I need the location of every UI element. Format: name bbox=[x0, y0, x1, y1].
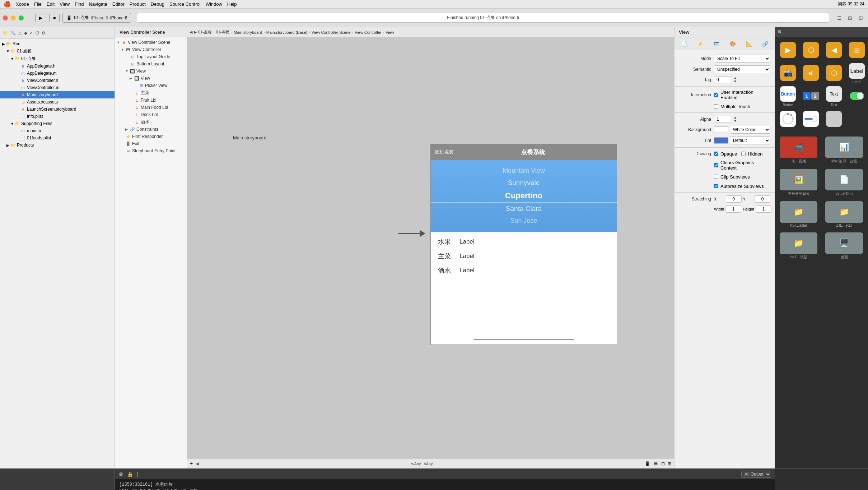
folder-6[interactable]: 📁 ios1…试题 bbox=[780, 232, 817, 260]
breadcrumb-base[interactable]: Main.storyboard (Base) bbox=[266, 30, 307, 34]
tree-supporting[interactable]: ▼ 📁 Supporting Files bbox=[0, 120, 115, 127]
breadcrumb-nav-btn2[interactable]: ▶ bbox=[194, 30, 197, 34]
console-lock-btn[interactable]: 🔒 bbox=[127, 471, 133, 477]
mode-select[interactable]: Scale To Fill bbox=[714, 55, 770, 63]
console-split-btn[interactable]: | bbox=[137, 471, 138, 477]
zoom-btn[interactable]: ⊞ bbox=[668, 461, 671, 466]
scene-arrow[interactable]: ▼ bbox=[117, 41, 121, 44]
folder-3[interactable]: 📄 07…(优化) bbox=[825, 169, 863, 196]
device-btn[interactable]: 📱 bbox=[645, 461, 650, 466]
breadcrumb-storyboard[interactable]: Main.storyboard bbox=[234, 30, 262, 34]
inspector-tab-attributes[interactable]: 🎨 bbox=[730, 41, 736, 47]
scheme-selector[interactable]: 📱 01-点餐 iPhone 6 iPhone 6 bbox=[62, 13, 131, 23]
folder-2[interactable]: 🖼️ 车丹分享.png bbox=[780, 169, 817, 196]
breakpoint-icon[interactable]: ◆ bbox=[24, 31, 27, 36]
width-input[interactable] bbox=[725, 205, 741, 213]
widget-back[interactable]: ◀ bbox=[823, 40, 844, 61]
tree-mainm[interactable]: ▶ m main.m bbox=[0, 127, 115, 134]
run-button[interactable]: ▶ bbox=[35, 14, 46, 22]
sidebar-search-icon[interactable]: 🔍 bbox=[778, 30, 783, 35]
inspector-tab-identity[interactable]: 🪪 bbox=[713, 41, 719, 47]
console-clear-btn[interactable]: 🗑 bbox=[118, 471, 123, 477]
outline-jiushui[interactable]: ▶ L 酒水 bbox=[115, 118, 187, 126]
widget-num[interactable]: 1 2 bbox=[801, 86, 821, 107]
inspector-tab-size[interactable]: 📐 bbox=[746, 41, 752, 47]
tint-swatch[interactable] bbox=[714, 137, 728, 144]
navigator-toggle[interactable]: ☰ bbox=[835, 14, 844, 22]
bg-select[interactable]: White Color bbox=[730, 126, 770, 134]
history-icon[interactable]: ⏱ bbox=[35, 31, 39, 36]
menu-view[interactable]: View bbox=[60, 1, 70, 7]
console-filter[interactable]: All Output bbox=[741, 471, 771, 478]
menu-file[interactable]: File bbox=[34, 1, 42, 7]
outline-scene[interactable]: ▼ ◼ View Controller Scene bbox=[115, 39, 187, 46]
y-input[interactable] bbox=[755, 195, 770, 203]
widget-slider[interactable] bbox=[801, 109, 821, 130]
outline-view2[interactable]: ▶ 🔲 View bbox=[115, 75, 187, 82]
tree-launchscreen[interactable]: ▶ ■ LaunchScreen.storyboard bbox=[0, 106, 115, 113]
clears-checkbox[interactable] bbox=[714, 163, 718, 167]
widget-label[interactable]: Label Label bbox=[846, 63, 867, 84]
menu-window[interactable]: Window bbox=[206, 1, 222, 7]
inspector-tab-connections[interactable]: 🔗 bbox=[762, 41, 768, 47]
widget-hex1[interactable]: ⬡ bbox=[801, 40, 821, 61]
widget-camera[interactable]: 📷 bbox=[778, 63, 798, 84]
test-icon[interactable]: ✓ bbox=[29, 31, 33, 36]
breadcrumb-scene[interactable]: View Controller Scene bbox=[312, 30, 351, 34]
nav-left-button[interactable]: 随机点餐 bbox=[435, 149, 454, 155]
menu-debug[interactable]: Debug bbox=[151, 1, 164, 7]
auto-checkbox[interactable] bbox=[714, 184, 718, 188]
breadcrumb-vc[interactable]: View Controller bbox=[355, 30, 381, 34]
outline-firstresponder[interactable]: ▶ ⚡ First Responder bbox=[115, 133, 187, 140]
folder-7[interactable]: 🖥️ 桌面 bbox=[825, 232, 863, 260]
view-arrow[interactable]: ▼ bbox=[125, 69, 130, 73]
inspector-tab-quick[interactable]: ⚡ bbox=[697, 41, 703, 47]
menu-source-control[interactable]: Source Control bbox=[169, 1, 201, 7]
constraints-arrow[interactable]: ▶ bbox=[125, 128, 130, 131]
widget-toggle[interactable] bbox=[846, 86, 867, 107]
tree-root[interactable]: ▶ 📂 Roc bbox=[0, 40, 115, 47]
outline-exit[interactable]: ▶ 🚪 Exit bbox=[115, 140, 187, 147]
warning-icon[interactable]: ⚠ bbox=[18, 31, 22, 36]
close-button[interactable] bbox=[3, 15, 8, 20]
tree-01foods[interactable]: ▶ 📄 01foods.plist bbox=[0, 134, 115, 142]
widget-playpause[interactable]: ⏯ bbox=[801, 63, 821, 84]
bg-swatch[interactable] bbox=[714, 126, 728, 133]
widget-button[interactable]: Button Button bbox=[778, 86, 798, 107]
apple-menu[interactable]: 🍎 bbox=[4, 1, 11, 8]
height-input[interactable] bbox=[756, 205, 771, 213]
breadcrumb-project[interactable]: 01-点餐 bbox=[198, 29, 212, 35]
outline-fruitlbl[interactable]: ▶ L Fruit Lbl bbox=[115, 97, 187, 104]
tree-assets[interactable]: ▶ ⊞ Assets.xcassets bbox=[0, 98, 115, 106]
widget-play[interactable]: ▶ bbox=[778, 40, 798, 61]
tag-input[interactable] bbox=[714, 76, 732, 83]
outline-pickerview[interactable]: ▶ ⊞ Picker View bbox=[115, 82, 187, 89]
outline-bottomlayout[interactable]: ▶ ⊡ Bottom Layout... bbox=[115, 60, 187, 68]
tree-viewcontroller-m[interactable]: ▶ m ViewController.m bbox=[0, 84, 115, 91]
menu-find[interactable]: Find bbox=[75, 1, 84, 7]
canvas-area[interactable]: Main storyboard 随机点餐 点餐系统 bbox=[187, 37, 674, 458]
stop-button[interactable]: ■ bbox=[49, 14, 60, 22]
alpha-down[interactable]: ▼ bbox=[733, 119, 737, 123]
picker-view[interactable]: Mountain View Sunnyvale Cupertino Santa … bbox=[431, 160, 617, 232]
search-icon[interactable]: 🔍 bbox=[10, 31, 16, 36]
tree-group-01[interactable]: ▼ 📁 01-点餐 bbox=[0, 55, 115, 63]
breadcrumb-group[interactable]: 01-点餐 bbox=[216, 29, 230, 35]
folder-5[interactable]: 📁 ZJL…etail bbox=[825, 201, 863, 227]
menu-help[interactable]: Help bbox=[227, 1, 237, 7]
inspector-tab-file[interactable]: 📄 bbox=[681, 41, 687, 47]
view2-arrow[interactable]: ▶ bbox=[130, 77, 134, 80]
folder-icon[interactable]: 📁 bbox=[3, 31, 8, 36]
widget-spinner[interactable] bbox=[778, 109, 798, 130]
tag-stepper[interactable]: ▲ ▼ bbox=[733, 76, 737, 83]
multiple-touch-checkbox[interactable] bbox=[714, 104, 718, 108]
user-interaction-checkbox[interactable] bbox=[714, 93, 718, 97]
screen-btn[interactable]: 💻 bbox=[653, 461, 658, 466]
semantic-select[interactable]: Unspecified bbox=[714, 65, 770, 73]
folder-0[interactable]: 📹 未…视频 bbox=[780, 137, 817, 164]
menu-editor[interactable]: Editor bbox=[112, 1, 125, 7]
size-btn[interactable]: ⊡ bbox=[661, 461, 665, 466]
tree-appdelegate-h[interactable]: ▶ h AppDelegate.h bbox=[0, 63, 115, 70]
outline-mainfoodlbl[interactable]: ▶ L Main Food Lbl bbox=[115, 104, 187, 111]
outline-vc[interactable]: ▼ 🎮 View Controller bbox=[115, 46, 187, 53]
